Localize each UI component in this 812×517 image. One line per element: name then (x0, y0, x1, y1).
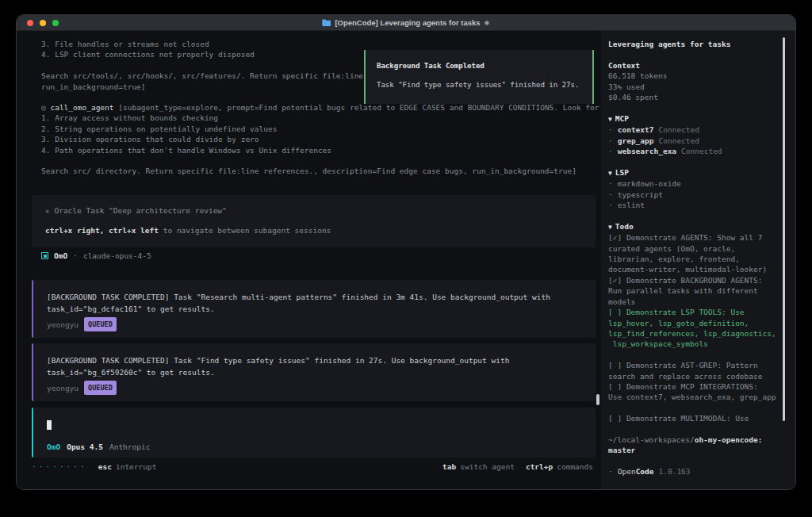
main-scrollbar-thumb[interactable] (596, 394, 599, 405)
status-badge: QUEUED (84, 381, 117, 395)
background-task-message: [BACKGROUND TASK COMPLETED] Task "Resear… (32, 280, 596, 338)
activity-dots: ········ (32, 461, 87, 472)
lsp-header-label: LSP (615, 168, 629, 177)
status-dot-icon: · (608, 147, 613, 155)
context-section: Context 66,518 tokens 33% used $0.46 spe… (608, 60, 784, 103)
workspace-branch: master (608, 445, 784, 455)
input-provider-name: Anthropic (109, 442, 150, 452)
ctrlp-key-hint: ctrl+p (526, 461, 553, 472)
input-model-name: Opus 4.5 (67, 442, 103, 452)
toast-title: Background Task Completed (377, 60, 586, 71)
message-author: yeongyu (47, 382, 79, 394)
mcp-status: Connected (659, 136, 699, 145)
todo-header-label: Todo (615, 222, 634, 231)
tool-call-block: ◎ call_omo_agent [subagent_type=explore,… (41, 102, 599, 177)
tool-call-icon: ◎ (41, 103, 50, 112)
status-dot-icon: · (608, 467, 613, 476)
input-agent-row: OmO Opus 4.5 Anthropic (47, 442, 596, 452)
esc-key-hint: esc (98, 461, 112, 472)
chevron-down-icon: ▼ (608, 224, 612, 231)
agent-model: claude-opus-4-5 (83, 251, 151, 261)
tool-call-args: [subagent_type=explore, prompt=Find pote… (114, 103, 599, 112)
scrollback-text: 3. File handles or streams not closed 4.… (41, 39, 363, 92)
window-title: [OpenCode] Leveraging agents for tasks ◉ (322, 18, 489, 27)
todo-item-done: [✓] Demonstrate AGENTS: Show all 7 curat… (608, 232, 784, 275)
background-task-message: [BACKGROUND TASK COMPLETED] Task "Find t… (32, 343, 596, 401)
mcp-status: Connected (659, 125, 699, 134)
lsp-section-header[interactable]: ▼LSP (608, 167, 784, 178)
folder-icon (322, 19, 331, 26)
oracle-task-title-line: ✳ Oracle Task "Deep architecture review" (45, 205, 596, 216)
mcp-name: websearch_exa (618, 147, 676, 155)
sidebar-scrollbar[interactable] (783, 37, 785, 421)
todo-item-pending: [ ] Demonstrate MCP INTEGRATIONS: Use co… (608, 381, 784, 403)
todo-item-done: [✓] Demonstrate BACKGROUND AGENTS: Run p… (608, 275, 784, 307)
status-dot-icon: · (608, 179, 613, 188)
lsp-name: typescript (618, 190, 663, 199)
background-task-toast[interactable]: Background Task Completed Task "Find typ… (364, 50, 594, 104)
input-agent-name: OmO (47, 442, 60, 452)
esc-key-label: interrupt (116, 461, 156, 472)
sidebar: Leveraging agents for tasks Context 66,5… (601, 31, 795, 489)
status-dot-icon: · (608, 125, 613, 134)
todo-item-pending: [ ] Demonstrate MULTIMODAL: Use (608, 413, 784, 423)
app-version: 1.0.163 (659, 467, 691, 476)
agent-omo-icon (41, 252, 48, 259)
minimize-window-button[interactable] (40, 20, 46, 26)
lsp-name: markdown-oxide (618, 179, 681, 188)
lsp-item: ·typescript (608, 190, 784, 200)
tool-call-body: 1. Array access without bounds checking … (41, 113, 599, 176)
close-window-button[interactable] (27, 20, 33, 26)
hint-keys: ctrl+x right, ctrl+x left (45, 226, 159, 235)
tab-key-label: switch agent (460, 461, 515, 472)
lsp-section: ▼LSP ·markdown-oxide ·typescript ·eslint (608, 167, 784, 211)
oracle-task-title: Oracle Task "Deep architecture review" (54, 206, 226, 215)
app-name: Open (618, 467, 636, 476)
busy-indicator-icon: ◉ (485, 19, 490, 26)
mcp-item: ·websearch_exaConnected (608, 146, 784, 156)
tab-key-hint: tab (442, 461, 456, 472)
app-version-footer: ·OpenCode1.0.163 (608, 466, 784, 477)
prompt-input[interactable]: OmO Opus 4.5 Anthropic (32, 408, 596, 458)
mcp-section-header[interactable]: ▼MCP (608, 113, 784, 124)
tool-call-line: ◎ call_omo_agent [subagent_type=explore,… (41, 102, 599, 113)
agent-session-header: OmO · claude-opus-4-5 (41, 251, 151, 261)
status-dot-icon: · (608, 201, 613, 209)
context-spent: $0.46 spent (608, 92, 784, 102)
mcp-name: context7 (618, 125, 654, 134)
mcp-item: ·context7Connected (608, 124, 784, 135)
todo-section: ▼Todo [✓] Demonstrate AGENTS: Show all 7… (608, 221, 784, 424)
mcp-section: ▼MCP ·context7Connected ·grep_appConnect… (608, 113, 784, 157)
status-bar: ········ esc interrupt tab switch agent … (32, 461, 593, 472)
mcp-header-label: MCP (615, 114, 629, 123)
agent-separator: · (73, 251, 78, 261)
context-header: Context (608, 60, 784, 71)
status-dot-icon: · (608, 136, 613, 145)
ctrlp-key-label: commands (557, 461, 593, 472)
mcp-item: ·grep_appConnected (608, 136, 784, 146)
mcp-status: Connected (681, 147, 722, 155)
terminal-main-pane: 3. File handles or streams not closed 4.… (17, 31, 601, 489)
chevron-down-icon: ▼ (608, 170, 612, 177)
workspace-path: ~/local-workspaces/ (608, 435, 695, 444)
lsp-item: ·markdown-oxide (608, 178, 784, 189)
hint-text: to navigate between subagent sessions (159, 226, 331, 235)
session-title: Leveraging agents for tasks (608, 39, 784, 49)
agent-name: OmO (54, 251, 67, 261)
text-cursor (47, 420, 52, 430)
oracle-task-panel[interactable]: ✳ Oracle Task "Deep architecture review"… (32, 195, 596, 247)
workspace-info: ~/local-workspaces/oh-my-opencode: maste… (608, 435, 784, 456)
lsp-name: eslint (618, 201, 645, 209)
message-meta: yeongyu QUEUED (47, 317, 596, 331)
subagent-nav-hint: ctrl+x right, ctrl+x left to navigate be… (45, 225, 596, 236)
titlebar[interactable]: [OpenCode] Leveraging agents for tasks ◉ (17, 15, 795, 31)
todo-item-active: [ ] Demonstrate LSP TOOLS: Use lsp_hover… (608, 307, 784, 350)
context-tokens: 66,518 tokens (608, 71, 784, 81)
message-text: [BACKGROUND TASK COMPLETED] Task "Resear… (47, 291, 596, 315)
todo-section-header[interactable]: ▼Todo (608, 221, 784, 232)
chevron-down-icon: ▼ (608, 116, 612, 123)
zoom-window-button[interactable] (52, 20, 59, 26)
app-window: [OpenCode] Leveraging agents for tasks ◉… (16, 14, 796, 490)
app-name-bold: Code (636, 467, 654, 476)
window-controls (27, 20, 59, 26)
